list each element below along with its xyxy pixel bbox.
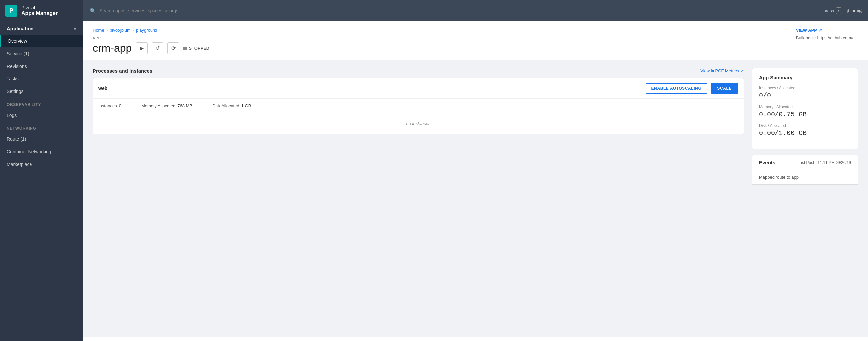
disk-stat: Disk Allocated 1 GB (212, 103, 251, 108)
status-dot (183, 47, 187, 50)
breadcrumb-sep2: › (133, 28, 134, 33)
sidebar-item-logs[interactable]: Logs (0, 109, 83, 122)
section-title: Processes and Instances View in PCF Metr… (93, 68, 744, 73)
sidebar-item-overview[interactable]: Overview (0, 35, 83, 47)
start-button[interactable]: ▶ (135, 42, 148, 54)
view-pcf-link[interactable]: View in PCF Metrics ↗ (700, 68, 744, 73)
main-content: Home › pivot-jblum › playground APP crm-… (83, 21, 868, 341)
processes-panel: Processes and Instances View in PCF Metr… (93, 68, 744, 329)
observability-group-label: Observability (0, 98, 83, 109)
memory-stat: Memory Allocated 768 MB (141, 103, 192, 108)
networking-group-label: Networking (0, 122, 83, 133)
breadcrumb-org[interactable]: pivot-jblum (110, 28, 131, 33)
disk-value: 1 GB (241, 103, 251, 108)
sidebar-item-route[interactable]: Route (1) (0, 133, 83, 145)
instances-value: 0 (119, 103, 121, 108)
app-name: crm-app (93, 42, 132, 54)
process-name: web (98, 86, 107, 91)
scale-button[interactable]: SCALE (711, 83, 738, 94)
status-badge: STOPPED (183, 46, 209, 50)
buildpack-text: Buildpack: https://github.com/c... (796, 35, 858, 40)
sidebar-item-revisions[interactable]: Revisions (0, 60, 83, 72)
sidebar-section-label: Application (7, 26, 34, 31)
sidebar-section-header: Application « (0, 21, 83, 35)
summary-card: App Summary Instances / Allocated 0/0 Me… (752, 68, 858, 149)
sidebar-item-container-networking[interactable]: Container Networking (0, 145, 83, 158)
events-row: Events Last Push: 11:11 PM 09/26/19 (752, 155, 858, 170)
restage-button[interactable]: ⟳ (167, 42, 179, 54)
app-label: APP (93, 36, 209, 40)
sidebar-item-marketplace[interactable]: Marketplace (0, 158, 83, 170)
memory-value: 768 MB (177, 103, 192, 108)
page-body: Processes and Instances View in PCF Metr… (83, 60, 868, 337)
events-item: Mapped route to app (752, 170, 858, 185)
press-slash-hint: press / (823, 7, 841, 14)
last-push: Last Push: 11:11 PM 09/26/19 (798, 160, 851, 165)
app-title-row: crm-app ▶ ↺ ⟳ STOPPED (93, 42, 209, 54)
sidebar-item-settings[interactable]: Settings (0, 85, 83, 98)
status-label: STOPPED (189, 46, 209, 50)
summary-metric-memory: Memory / Allocated 0.00/0.75 GB (759, 105, 851, 118)
view-app-link[interactable]: VIEW APP ↗ (796, 28, 858, 33)
header-right: VIEW APP ↗ Buildpack: https://github.com… (796, 28, 858, 40)
process-card: web ENABLE AUTOSCALING SCALE Instances 0… (93, 78, 744, 134)
external-link-icon: ↗ (818, 28, 822, 33)
external-link-icon2: ↗ (740, 68, 744, 73)
process-stats: Instances 0 Memory Allocated 768 MB Disk… (93, 99, 744, 113)
summary-card-title: App Summary (759, 75, 851, 80)
enable-autoscaling-button[interactable]: ENABLE AUTOSCALING (646, 83, 708, 94)
breadcrumb: Home › pivot-jblum › playground (93, 28, 209, 33)
user-name[interactable]: jblum@ (847, 8, 863, 13)
search-input[interactable] (99, 8, 811, 13)
brand-area: P Pivotal Apps Manager (0, 0, 83, 21)
process-actions: ENABLE AUTOSCALING SCALE (646, 83, 738, 94)
breadcrumb-home[interactable]: Home (93, 28, 104, 33)
restart-button[interactable]: ↺ (152, 42, 163, 54)
brand-line2: Apps Manager (21, 10, 58, 16)
instances-stat: Instances 0 (98, 103, 121, 108)
breadcrumb-sep1: › (106, 28, 108, 33)
events-label: Events (759, 160, 775, 165)
sidebar-item-service[interactable]: Service (1) (0, 47, 83, 60)
sidebar-item-tasks[interactable]: Tasks (0, 72, 83, 85)
top-navigation: P Pivotal Apps Manager 🔍 press / jblum@ (0, 0, 868, 21)
search-icon: 🔍 (90, 8, 96, 14)
brand-text: Pivotal Apps Manager (21, 5, 58, 16)
sidebar-back-icon[interactable]: « (74, 26, 76, 31)
summary-metric-disk: Disk / Allocated 0.00/1.00 GB (759, 124, 851, 137)
process-header: web ENABLE AUTOSCALING SCALE (93, 78, 744, 99)
no-instances-message: no instances (93, 113, 744, 134)
brand-line1: Pivotal (21, 5, 58, 10)
summary-panel: App Summary Instances / Allocated 0/0 Me… (752, 68, 858, 329)
brand-icon: P (5, 5, 17, 16)
sidebar: Application « Overview Service (1) Revis… (0, 21, 83, 341)
search-bar[interactable]: 🔍 (83, 8, 818, 14)
slash-key: / (836, 7, 841, 14)
breadcrumb-space[interactable]: playground (136, 28, 157, 33)
top-nav-right: press / jblum@ (818, 7, 868, 14)
page-header: Home › pivot-jblum › playground APP crm-… (83, 21, 868, 60)
summary-metric-instances: Instances / Allocated 0/0 (759, 86, 851, 99)
